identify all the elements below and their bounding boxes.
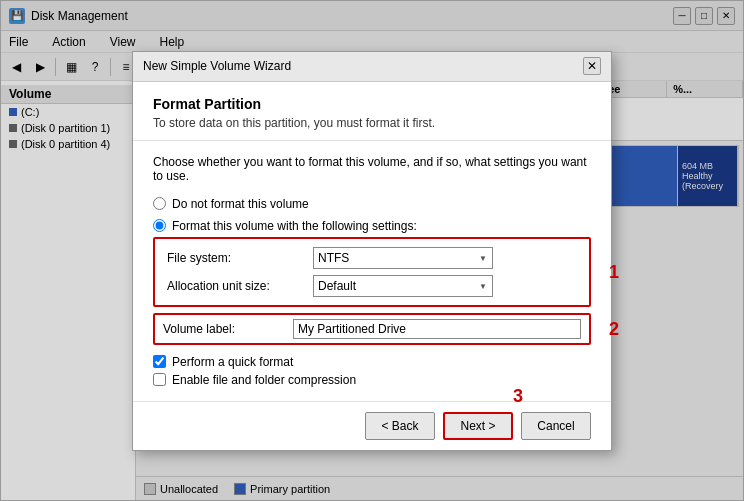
compression-row: Enable file and folder compression — [153, 373, 591, 387]
alloc-unit-label: Allocation unit size: — [167, 279, 307, 293]
compression-checkbox[interactable] — [153, 373, 166, 386]
cancel-button[interactable]: Cancel — [521, 412, 591, 440]
volume-label-row: Volume label: — [153, 313, 591, 345]
wizard-header-title: Format Partition — [153, 96, 591, 112]
radio-format-label[interactable]: Format this volume with the following se… — [172, 219, 417, 233]
file-system-select-wrapper: NTFS FAT32 exFAT — [313, 247, 493, 269]
wizard-title: New Simple Volume Wizard — [143, 59, 291, 73]
wizard-footer: 3 < Back Next > Cancel — [133, 401, 611, 450]
wizard-header-subtitle: To store data on this partition, you mus… — [153, 116, 591, 130]
quick-format-checkbox[interactable] — [153, 355, 166, 368]
wizard-close-button[interactable]: ✕ — [583, 57, 601, 75]
back-button[interactable]: < Back — [365, 412, 435, 440]
volume-label-input[interactable] — [293, 319, 581, 339]
radio-no-format[interactable] — [153, 197, 166, 210]
file-system-select[interactable]: NTFS FAT32 exFAT — [313, 247, 493, 269]
wizard-dialog: New Simple Volume Wizard ✕ Format Partit… — [132, 51, 612, 451]
alloc-unit-select-wrapper: Default 512 1024 2048 4096 — [313, 275, 493, 297]
modal-overlay: New Simple Volume Wizard ✕ Format Partit… — [1, 1, 743, 500]
quick-format-row: Perform a quick format — [153, 355, 591, 369]
annotation-3: 3 — [513, 386, 523, 407]
checkbox-group: Perform a quick format Enable file and f… — [153, 355, 591, 387]
wizard-titlebar: New Simple Volume Wizard ✕ — [133, 52, 611, 82]
wizard-header: Format Partition To store data on this p… — [133, 82, 611, 141]
format-radio-group: Do not format this volume Format this vo… — [153, 197, 591, 345]
wizard-body: Choose whether you want to format this v… — [133, 141, 611, 401]
quick-format-label[interactable]: Perform a quick format — [172, 355, 293, 369]
settings-grid: File system: NTFS FAT32 exFAT Alloc — [167, 247, 577, 297]
next-button[interactable]: Next > — [443, 412, 513, 440]
radio-no-format-row: Do not format this volume — [153, 197, 591, 211]
radio-no-format-label[interactable]: Do not format this volume — [172, 197, 309, 211]
radio-format[interactable] — [153, 219, 166, 232]
disk-management-window: 💾 Disk Management ─ □ ✕ File Action View… — [0, 0, 744, 501]
volume-label-text: Volume label: — [163, 322, 293, 336]
annotation-2: 2 — [609, 318, 619, 339]
file-system-label: File system: — [167, 251, 307, 265]
wizard-body-description: Choose whether you want to format this v… — [153, 155, 591, 183]
format-settings-box: File system: NTFS FAT32 exFAT Alloc — [153, 237, 591, 307]
compression-label[interactable]: Enable file and folder compression — [172, 373, 356, 387]
annotation-1: 1 — [609, 261, 619, 282]
alloc-unit-select[interactable]: Default 512 1024 2048 4096 — [313, 275, 493, 297]
format-option-container: Format this volume with the following se… — [153, 219, 591, 345]
radio-format-row: Format this volume with the following se… — [153, 219, 591, 233]
